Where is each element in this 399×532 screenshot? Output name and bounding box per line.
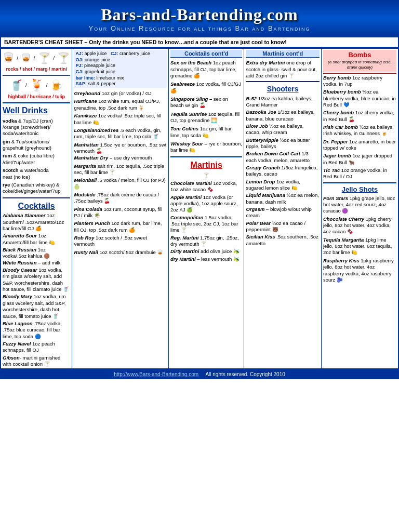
martini-glass-icon: 🍸 [57,51,70,65]
glasses-section: 🥃 / 🥃 / 🍸 / 🍸 rocks / shot / marg / mart… [3,51,70,367]
cocktail-item-white-russian: White Russian – add milk [3,260,70,266]
martini-reg: Reg. Martini 1.75oz gin, .25oz, dry verm… [170,235,242,248]
well-item-3: rum & coke (cuba libre)/diet/7up/water [3,153,70,166]
cocktails-title: Cocktails [3,201,70,212]
slash1: / [17,55,18,61]
well-item-1: vodka & 7up/CJ (cran)/orange (screwdrive… [3,118,70,137]
slash3: / [54,55,55,61]
jello-tequila-margarita: Tequila Margarita 1pkg lime jello, 8oz h… [323,237,396,256]
bomb-tic-tac: Tic Tac 1oz orange vodka, in Red Bull / … [323,167,396,180]
footer: http://www.Bars-and-Bartending.com All r… [0,369,399,379]
abbrev-pj: PJ: pineapple juice [75,63,165,69]
cocktail-item-black-russian: Black Russian 1oz vodka/.5oz kahlua 🟤 [3,247,70,260]
shooter-blowjob: Blow Job ½oz ea baileys, cacao, whip cre… [246,123,319,136]
cont-tequila-sunrise: Tequila Sunrise 1oz tequila, fill OJ, to… [170,111,242,124]
martini-chocolate: Chocolate Martini 1oz vodka, 1oz white c… [170,180,242,193]
jello-porn-stars: Porn Stars 1pkg grape jello, 8oz hot wat… [323,195,396,215]
recipe-long-island: LongIslandIcedTea .5 each vodka, gin, ru… [74,127,167,140]
shooter-polar-bear: Polar Bear ½oz ea cacao / peppermint 🐻 [246,220,319,233]
cont-whiskey-sour: Whiskey Sour – rye or bourbon, bar lime … [170,141,242,154]
shot-glass-icon: 🥃 [21,53,31,64]
recipe-melonball: Melonball .5 vodka / melon, fill OJ (or … [74,177,167,190]
cocktails-cont-title: Cocktails cont'd [170,50,242,58]
footer-url[interactable]: http://www.Bars-and-Bartending.com [114,371,198,377]
recipe-margarita: Margarita salt rim, 1oz tequila, .5oz tr… [74,163,167,176]
jello-shots-title: Jello Shots [323,185,396,194]
cont-tom-collins: Tom Collins 1oz gin, fill bar lime, top … [170,126,242,139]
marg-glass-icon: 🍸 [38,51,51,65]
bombs-subtitle: (a shot dropped in something else, drank… [324,60,395,71]
abbrev-aj: AJ: apple juice CJ: cranberry juice [75,51,165,57]
shooter-lemon-drop: Lemon Drop 1oz vodka, sugared lemon slic… [246,179,319,192]
recipe-rob-roy: Rob Roy 1oz scotch / .5oz sweet vermouth [74,235,167,248]
cocktails-cont-header: Cocktails cont'd Sex on the Beach 1oz pe… [168,48,244,369]
site-title: Bars-and-Bartending.com [3,5,396,24]
page-wrapper: Bars-and-Bartending.com Your Online Reso… [0,0,399,379]
shooter-b52: B-52 1/3oz ea kahlua, baileys, Grand Mar… [246,96,319,109]
cocktail-item-bloody-mary: Bloody Mary 1oz vodka, rim glass w/celer… [3,294,70,319]
extra-dry-martini: Extra dry Martini one drop of scotch in … [246,60,319,79]
glasses-column: 🥃 / 🥃 / 🍸 / 🍸 rocks / shot / marg / mart… [1,48,72,369]
bomb-irish-car: Irish Car bomb ½oz ea baileys, Irish whi… [323,124,396,137]
bombs-title: Bombs [324,51,395,60]
recipe-manhattan: Manhattan 1.5oz rye or bourbon, .5oz swt… [74,142,167,155]
bombs-column: Bombs (a shot dropped in something else,… [321,48,398,369]
martini-glass-decoration: 🍸 [170,172,242,179]
shooter-orgasm: Orgasm – blowjob w/out whip cream [246,206,319,219]
cocktail-item-blue-lagoon: Blue Lagoon .75oz vodka .75oz blue curac… [3,321,70,340]
well-item-2: gin & 7up/soda/tonic/grapefruit (greyhou… [3,139,70,152]
martini-dirty: Dirty Martini add olive juice 🫒 [170,248,242,255]
abbrev-sp: S&P: salt & pepper [75,81,165,87]
well-drinks-title: Well Drinks [3,105,70,116]
recipe-greyhound: Greyhound 1oz gin (or vodka) / GJ [74,90,167,97]
highball-glass-icon: 🥤 [10,78,23,92]
recipe-mudslide: Mudslide .75oz dark crème de cacao / .75… [74,192,167,205]
abbreviations-section: AJ: apple juice CJ: cranberry juice OJ: … [74,50,167,88]
glasses-row1: 🥃 / 🥃 / 🍸 / 🍸 [3,51,70,65]
cocktail-item-amaretto: Amaretto Sour 1oz Amaretto/fill bar lime… [3,233,70,246]
abbrev-barlime: bar lime: lime/sour mix [75,75,165,82]
shooter-liquid-marijuana: Liquid Marijuana ½oz ea melon, banana, d… [246,192,319,205]
rocks-glass-icon: 🥃 [3,52,14,64]
well-drinks-section: Well Drinks vodka & 7up/CJ (cran)/orange… [3,105,70,367]
bomb-jager: Jager bomb 1oz jager dropped in Red Bull… [323,153,396,166]
cocktail-item-bloody-caesar: Bloody Caesar 1oz vodka, rim glass w/cel… [3,267,70,292]
shooter-bazooka: Bazooka Joe 1/3oz ea baileys, banana, bl… [246,109,319,122]
recipe-kamikaze: Kamikaze 1oz vodka/ .5oz triple sec, fil… [74,113,167,126]
recipe-manhattan-dry: Manhattan Dry – use dry vermouth [74,155,167,161]
main-content-table: 🥃 / 🥃 / 🍸 / 🍸 rocks / shot / marg / mart… [0,48,399,369]
well-item-5: rye (Canadian whiskey) &coke/diet/ginger… [3,182,70,195]
cocktail-item-fuzzy-navel: Fuzzy Navel 1oz peach schnapps, fill OJ [3,341,70,354]
site-subtitle: Your Online Resource for all things Bar … [3,24,396,32]
cocktail-item-alabama: Alabama Slammer 1oz Southern/ .5ozAmaret… [3,212,70,232]
slash4: / [25,82,27,88]
shooter-butterynipple: ButteryNipple ½oz ea butter ripple, bail… [246,137,319,150]
cont-singapore-sling: Singapore Sling – sex on beach w/ gin 🍒 [170,96,242,109]
bomb-cherry: Cherry bomb 1oz cherry vodka, in Red Bul… [323,110,396,123]
abbrev-oj: OJ: orange juice [75,57,165,63]
jello-raspberry-kiss: Raspberry Kiss 1pkg raspberry jello, 8oz… [323,258,396,283]
recipe-hurricane: Hurricane 1oz white rum, equal OJ/PJ, gr… [74,98,167,111]
site-header: Bars-and-Bartending.com Your Online Reso… [0,0,399,36]
glasses-row1-label: rocks / shot / marg / martini [3,66,70,73]
cont-seabreeze: Seabreeze 1oz vodka, fill CJ/GJ 🍊 [170,81,242,94]
shooter-sicilian-kiss: Sicilian Kiss .5oz southern, .5oz amaret… [246,234,319,247]
jello-chocolate-cherry: Chocolate Cherry 1pkg cherry jello, 8oz … [323,216,396,235]
tulip-glass-icon: 🍺 [50,78,63,92]
shooter-crispy-crunch: Crispy Crunch 1/3oz frangelico, baileys,… [246,165,319,178]
martinis-cont-title: Martinis cont'd [246,50,319,58]
shooters-title: Shooters [246,84,319,94]
footer-copyright: All rights reserved. Copyright 2010 [205,371,285,377]
slash2: / [34,55,35,61]
cocktail-item-gibson: Gibson- martini garnished with cocktail … [3,355,70,368]
martini-apple: Apple Martini 1oz vodka (or apple vodka)… [170,194,242,214]
martinis-section-title: Martinis [170,160,242,171]
bomb-berry: Berry bomb 1oz raspberry vodka, in 7up [323,75,396,88]
glasses-row2-label: highball / hurricane / tulip [3,94,70,100]
recipe-planters-punch: Planters Punch 1oz dark rum, bar lime, f… [74,220,167,233]
banner: BARTENDER'S CHEAT SHEET – Only the drink… [0,36,399,48]
well-item-4: scotch & water/sodaneat (no ice) [3,167,70,180]
martini-cosmopolitan: Cosmopolitan 1.5oz vodka, .5oz triple se… [170,215,242,234]
martinis-cont-header: Martinis cont'd Extra dry Martini one dr… [244,48,321,369]
header-row: 🥃 / 🥃 / 🍸 / 🍸 rocks / shot / marg / mart… [1,48,398,369]
